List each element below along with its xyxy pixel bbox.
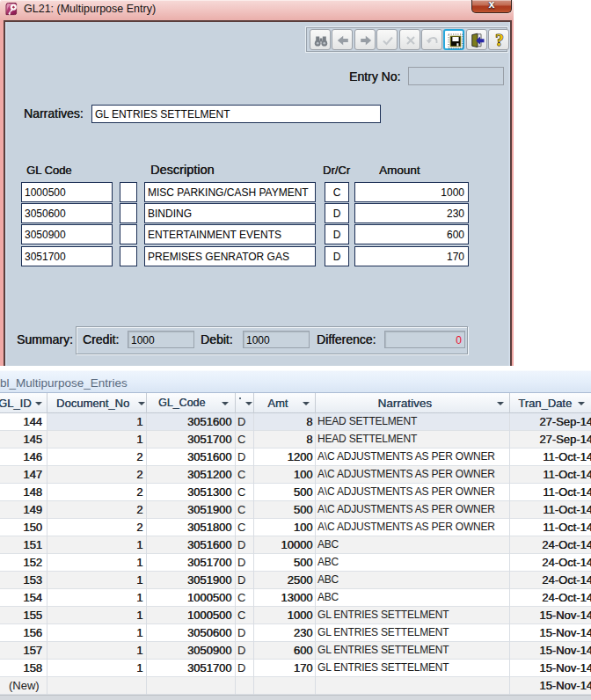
- svg-text:?: ?: [495, 33, 504, 48]
